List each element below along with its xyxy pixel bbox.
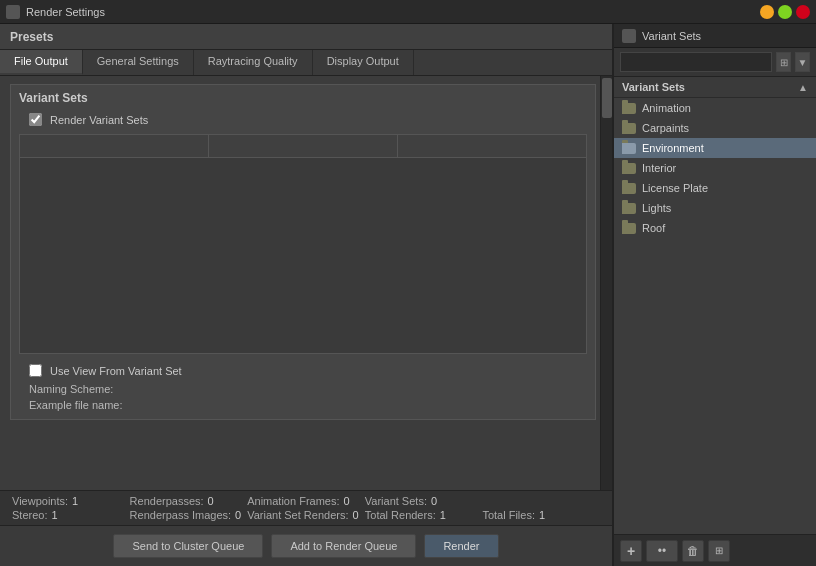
send-to-cluster-button[interactable]: Send to Cluster Queue xyxy=(113,534,263,558)
variant-set-renders-label: Variant Set Renders: xyxy=(247,509,348,521)
viewpoints-row: Viewpoints: 1 xyxy=(12,495,130,507)
example-file-label: Example file name: xyxy=(29,399,139,411)
folder-icon xyxy=(622,223,636,234)
add-item-button[interactable]: + xyxy=(620,540,642,562)
tree-item-environment[interactable]: Environment xyxy=(614,138,816,158)
window-controls xyxy=(760,5,810,19)
naming-scheme-label: Naming Scheme: xyxy=(29,383,139,395)
presets-bar: Presets xyxy=(0,24,612,50)
folder-icon xyxy=(622,163,636,174)
tree-item-interior[interactable]: Interior xyxy=(614,158,816,178)
panel-icon xyxy=(622,29,636,43)
search-input[interactable] xyxy=(620,52,772,72)
right-panel: Variant Sets ⊞ ▼ Variant Sets ▲ Animatio… xyxy=(614,24,816,566)
variant-sets-section: Variant Sets Render Variant Sets xyxy=(10,84,596,420)
tree-list[interactable]: Animation Carpaints Environment Interior… xyxy=(614,98,816,534)
filter-icon[interactable]: ⊞ xyxy=(776,52,791,72)
total-renders-label: Total Renders: xyxy=(365,509,436,521)
close-button[interactable] xyxy=(796,5,810,19)
scrollbar-thumb[interactable] xyxy=(602,78,612,118)
renderpasses-label: Renderpasses: xyxy=(130,495,204,507)
viewpoints-value: 1 xyxy=(72,495,78,507)
sort-icon[interactable]: ▼ xyxy=(795,52,810,72)
tab-file-output[interactable]: File Output xyxy=(0,50,83,75)
tabs-bar: File Output General Settings Raytracing … xyxy=(0,50,612,76)
minimize-button[interactable] xyxy=(760,5,774,19)
button-bar: Send to Cluster Queue Add to Render Queu… xyxy=(0,525,612,566)
variant-set-renders-row: Variant Set Renders: 0 xyxy=(247,509,365,521)
status-bar: Viewpoints: 1 Stereo: 1 Renderpasses: 0 … xyxy=(0,490,612,525)
delete-button[interactable]: 🗑 xyxy=(682,540,704,562)
folder-icon xyxy=(622,103,636,114)
naming-scheme-row: Naming Scheme: xyxy=(29,383,587,395)
renderpass-images-label: Renderpass Images: xyxy=(130,509,232,521)
render-variant-sets-label: Render Variant Sets xyxy=(50,114,148,126)
variant-set-renders-value: 0 xyxy=(352,509,358,521)
folder-icon xyxy=(622,123,636,134)
tree-item-license-plate[interactable]: License Plate xyxy=(614,178,816,198)
animation-row: Animation Frames: 0 xyxy=(247,495,365,507)
variant-table xyxy=(19,134,587,354)
render-button[interactable]: Render xyxy=(424,534,498,558)
right-title-bar: Variant Sets xyxy=(614,24,816,48)
content-area: Variant Sets Render Variant Sets xyxy=(0,76,612,490)
use-view-checkbox[interactable] xyxy=(29,364,42,377)
use-view-label: Use View From Variant Set xyxy=(50,365,182,377)
stereo-label: Stereo: xyxy=(12,509,47,521)
use-view-row: Use View From Variant Set xyxy=(29,364,587,377)
status-col-5: Total Files: 1 xyxy=(482,495,600,521)
search-bar: ⊞ ▼ xyxy=(614,48,816,77)
options-button[interactable]: •• xyxy=(646,540,678,562)
left-panel: Presets File Output General Settings Ray… xyxy=(0,24,614,566)
tree-item-lights[interactable]: Lights xyxy=(614,198,816,218)
status-col-4: Variant Sets: 0 Total Renders: 1 xyxy=(365,495,483,521)
tree-item-carpaints[interactable]: Carpaints xyxy=(614,118,816,138)
renderpasses-row: Renderpasses: 0 xyxy=(130,495,248,507)
tab-general-settings[interactable]: General Settings xyxy=(83,50,194,75)
folder-icon xyxy=(622,143,636,154)
status-col-1: Viewpoints: 1 Stereo: 1 xyxy=(12,495,130,521)
folder-icon xyxy=(622,183,636,194)
example-file-row: Example file name: xyxy=(29,399,587,411)
col-3 xyxy=(398,135,586,157)
status-col-2: Renderpasses: 0 Renderpass Images: 0 xyxy=(130,495,248,521)
renderpasses-value: 0 xyxy=(208,495,214,507)
variant-sets-label: Variant Sets: xyxy=(365,495,427,507)
render-variant-sets-checkbox[interactable] xyxy=(29,113,42,126)
stereo-value: 1 xyxy=(51,509,57,521)
viewpoints-label: Viewpoints: xyxy=(12,495,68,507)
animation-value: 0 xyxy=(344,495,350,507)
table-header xyxy=(20,135,586,158)
tree-header-label: Variant Sets xyxy=(622,81,685,93)
window-title: Render Settings xyxy=(26,6,760,18)
tab-display-output[interactable]: Display Output xyxy=(313,50,414,75)
scroll-area[interactable]: Variant Sets Render Variant Sets xyxy=(0,76,612,490)
total-files-row: Total Files: 1 xyxy=(482,509,600,521)
tree-expand-icon[interactable]: ▲ xyxy=(798,82,808,93)
app-icon xyxy=(6,5,20,19)
maximize-button[interactable] xyxy=(778,5,792,19)
add-to-render-button[interactable]: Add to Render Queue xyxy=(271,534,416,558)
tree-item-roof[interactable]: Roof xyxy=(614,218,816,238)
export-button[interactable]: ⊞ xyxy=(708,540,730,562)
folder-icon xyxy=(622,203,636,214)
scrollbar-track[interactable] xyxy=(600,76,612,490)
presets-label: Presets xyxy=(10,30,53,44)
variant-sets-value: 0 xyxy=(431,495,437,507)
col-1 xyxy=(20,135,209,157)
tab-raytracing-quality[interactable]: Raytracing Quality xyxy=(194,50,313,75)
tree-item-animation[interactable]: Animation xyxy=(614,98,816,118)
total-files-label: Total Files: xyxy=(482,509,535,521)
right-bottom-bar: + •• 🗑 ⊞ xyxy=(614,534,816,566)
status-col-3: Animation Frames: 0 Variant Set Renders:… xyxy=(247,495,365,521)
section-title: Variant Sets xyxy=(19,91,587,105)
total-renders-value: 1 xyxy=(440,509,446,521)
stereo-row: Stereo: 1 xyxy=(12,509,130,521)
variant-sets-row: Variant Sets: 0 xyxy=(365,495,483,507)
tree-header: Variant Sets ▲ xyxy=(614,77,816,98)
main-layout: Presets File Output General Settings Ray… xyxy=(0,24,816,566)
render-variant-sets-row: Render Variant Sets xyxy=(19,113,587,126)
total-renders-row: Total Renders: 1 xyxy=(365,509,483,521)
renderpass-images-value: 0 xyxy=(235,509,241,521)
animation-label: Animation Frames: xyxy=(247,495,339,507)
